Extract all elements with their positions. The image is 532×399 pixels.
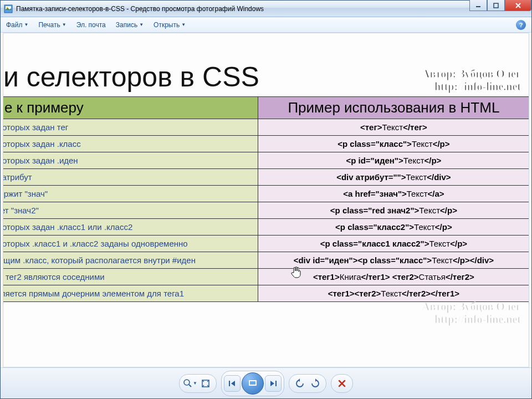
- prev-button[interactable]: [224, 375, 241, 392]
- author-watermark: Автор: Зубцов Олег http://info-line.net: [422, 68, 521, 93]
- example-cell: <тег>Текст</тег>: [258, 119, 529, 136]
- help-button[interactable]: ?: [516, 20, 526, 30]
- chevron-down-icon: ▼: [139, 22, 144, 27]
- example-cell: <p class="класс1 класс2">Текст</p>: [258, 236, 529, 252]
- rotate-ccw-button[interactable]: [293, 376, 307, 391]
- maximize-button[interactable]: [487, 0, 505, 11]
- chevron-down-icon: ▼: [181, 22, 186, 27]
- selectors-table: имечание к примеру Пример использования …: [3, 96, 529, 302]
- table-row: элементов, у которых .класс1 и .класс2 з…: [3, 236, 529, 252]
- col-header-note: имечание к примеру: [3, 97, 258, 119]
- image-viewport[interactable]: и селекторов в CSS имечание к примеру Пр…: [3, 33, 529, 367]
- viewer-toolbar: ▼: [1, 367, 531, 398]
- image-content: и селекторов в CSS имечание к примеру Пр…: [3, 61, 529, 302]
- author-watermark-faded: Автор: Зубцов Олег http://info-line.net: [422, 300, 521, 326]
- rotate-group: [289, 374, 326, 393]
- window-title: Памятка-записи-селекторов-в-CSS - Средст…: [16, 5, 530, 13]
- author-url: http://info-line.net: [422, 80, 521, 93]
- table-row: у2, если он является прямым дочерним эле…: [3, 285, 529, 302]
- example-cell: <тег1>Книга</тег1> <тег2>Статья</тег2>: [258, 269, 529, 285]
- nav-group: [221, 371, 284, 396]
- example-cell: <div атрибут="">Текст</div>: [258, 169, 529, 186]
- table-row: у2, если тег1 и тег2 являются соседними<…: [3, 269, 529, 285]
- minimize-button[interactable]: [469, 0, 487, 11]
- delete-group: [331, 374, 353, 393]
- table-row: ементам имеющим .класс, который располаг…: [3, 252, 529, 269]
- table-row: элементов, у которых задан .класс1 или .…: [3, 219, 529, 236]
- example-cell: <тег1><тег2>Текст</тег2></тег1>: [258, 285, 529, 302]
- svg-rect-3: [476, 6, 480, 7]
- menu-open[interactable]: Открыть▼: [154, 21, 186, 29]
- example-cell: <p class="red знач2">Текст</p>: [258, 202, 529, 219]
- note-cell: и атрибут имеет "знач2": [3, 202, 258, 219]
- fit-button[interactable]: [198, 376, 213, 391]
- author-name: Автор: Зубцов Олег: [422, 68, 521, 80]
- example-cell: <p class="класс">Текст</p>: [258, 136, 529, 152]
- zoom-button[interactable]: ▼: [183, 376, 197, 391]
- chevron-down-icon: ▼: [62, 22, 66, 27]
- rotate-cw-button[interactable]: [308, 376, 323, 391]
- table-row: элементов, у которых задан тег<тег>Текст…: [3, 119, 529, 136]
- note-cell: у2, если он является прямым дочерним эле…: [3, 285, 258, 302]
- table-row: и атрибут содержит "знач"<a href="знач">…: [3, 186, 529, 202]
- app-window: Памятка-записи-селекторов-в-CSS - Средст…: [0, 0, 532, 399]
- table-row: и атрибут имеет "знач2"<p class="red зна…: [3, 202, 529, 219]
- table-row: элементов, у которых задан .иден<p id="и…: [3, 152, 529, 169]
- window-controls: [469, 0, 531, 11]
- svg-rect-8: [229, 381, 230, 386]
- note-cell: ементам имеющим .класс, который располаг…: [3, 252, 258, 269]
- menu-email[interactable]: Эл. почта: [76, 21, 106, 29]
- note-cell: у2, если тег1 и тег2 являются соседними: [3, 269, 258, 285]
- col-header-example: Пример использования в HTML: [258, 97, 529, 119]
- titlebar[interactable]: Памятка-записи-селекторов-в-CSS - Средст…: [1, 1, 531, 17]
- table-row: элементов, у которых задан .класс<p clas…: [3, 136, 529, 152]
- note-cell: элементов, у которых задан .класс1 или .…: [3, 219, 258, 236]
- svg-rect-10: [250, 381, 255, 385]
- menu-print[interactable]: Печать▼: [38, 21, 66, 29]
- example-cell: <p id="иден">Текст</p>: [258, 152, 529, 169]
- svg-point-5: [184, 380, 190, 385]
- zoom-group: ▼: [179, 374, 217, 393]
- note-cell: элементов, у которых задан .иден: [3, 152, 258, 169]
- note-cell: элементов, у которых задан .класс: [3, 136, 258, 152]
- menubar: Файл▼ Печать▼ Эл. почта Запись▼ Открыть▼…: [1, 17, 531, 33]
- chevron-down-icon: ▼: [24, 22, 29, 27]
- menu-file[interactable]: Файл▼: [6, 21, 28, 29]
- note-cell: и атрибут содержит "знач": [3, 186, 258, 202]
- slideshow-button[interactable]: [242, 372, 264, 395]
- close-button[interactable]: [505, 0, 531, 11]
- table-row: ам, имеющим атрибут<div атрибут="">Текст…: [3, 169, 529, 186]
- note-cell: ам, имеющим атрибут: [3, 169, 258, 186]
- svg-rect-4: [494, 3, 498, 8]
- note-cell: элементов, у которых задан тег: [3, 119, 258, 136]
- next-button[interactable]: [265, 375, 282, 392]
- example-cell: <div id="иден"><p class="класс">Текст</p…: [258, 252, 529, 269]
- app-icon: [4, 4, 13, 13]
- svg-line-6: [189, 385, 191, 387]
- example-cell: <p class="класс2">Текст</p>: [258, 219, 529, 236]
- example-cell: <a href="знач">Текст</a>: [258, 186, 529, 202]
- note-cell: элементов, у которых .класс1 и .класс2 з…: [3, 236, 258, 252]
- menu-burn[interactable]: Запись▼: [116, 21, 144, 29]
- svg-rect-11: [275, 381, 277, 386]
- delete-button[interactable]: [335, 376, 349, 391]
